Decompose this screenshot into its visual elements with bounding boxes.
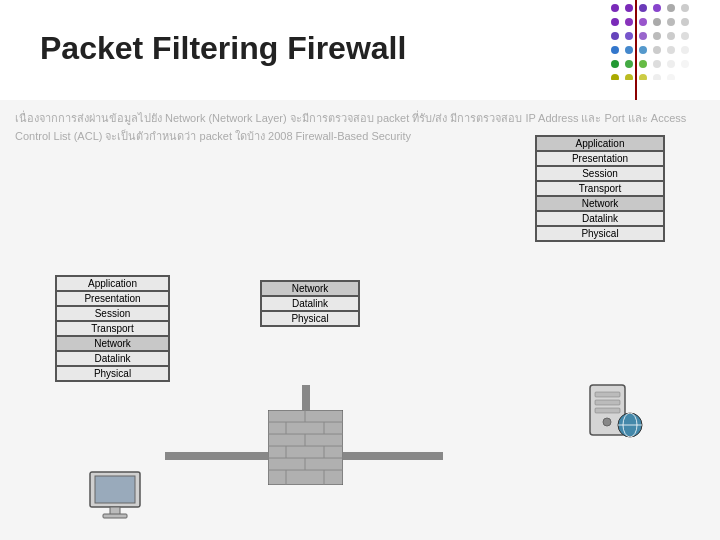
svg-rect-22 [595,408,620,413]
left-osi-stack: Application Presentation Session Transpo… [55,275,170,382]
left-layer-transport: Transport [56,321,169,336]
page-title: Packet Filtering Firewall [40,30,406,66]
left-layer-session: Session [56,306,169,321]
left-layer-application: Application [56,276,169,291]
right-layer-presentation: Presentation [536,151,664,166]
middle-layer-datalink: Datalink [261,296,359,311]
svg-rect-18 [103,514,127,518]
middle-osi-stack: Network Datalink Physical [260,280,360,327]
svg-point-23 [603,418,611,426]
title-area: Packet Filtering Firewall [40,30,590,67]
right-layer-physical: Physical [536,226,664,241]
dot-grid-decoration [600,0,720,80]
left-layer-presentation: Presentation [56,291,169,306]
svg-rect-21 [595,400,620,405]
right-layer-network: Network [536,196,664,211]
right-layer-transport: Transport [536,181,664,196]
svg-rect-16 [95,476,135,503]
right-layer-datalink: Datalink [536,211,664,226]
diagram-area: เนื่องจากการส่งผ่านข้อมูลไปยัง Network (… [0,100,720,540]
middle-layer-physical: Physical [261,311,359,326]
right-connection-pipe [343,452,443,460]
svg-rect-20 [595,392,620,397]
server-icon [580,380,645,445]
left-layer-datalink: Datalink [56,351,169,366]
left-connection-pipe [165,452,268,460]
firewall-device [268,410,343,485]
middle-layer-network: Network [261,281,359,296]
left-layer-physical: Physical [56,366,169,381]
left-layer-network: Network [56,336,169,351]
client-computer-icon [85,470,145,520]
right-layer-application: Application [536,136,664,151]
right-layer-session: Session [536,166,664,181]
top-connection-pipe [302,385,310,413]
vertical-divider [635,0,637,100]
right-osi-stack: Application Presentation Session Transpo… [535,135,665,242]
